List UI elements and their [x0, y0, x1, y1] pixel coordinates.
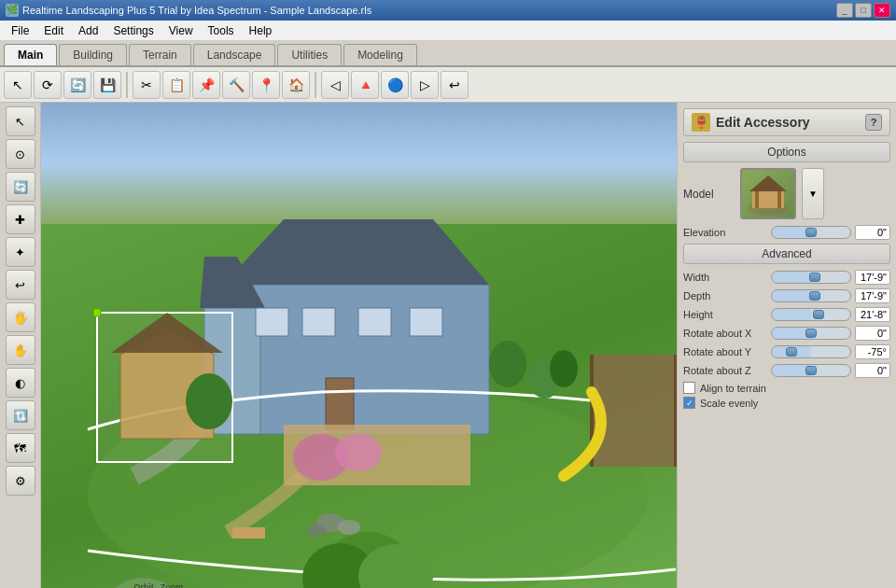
svg-rect-12 — [93, 309, 101, 316]
rotate-y-label: Rotate about Y — [683, 346, 767, 357]
menu-settings[interactable]: Settings — [105, 22, 161, 39]
sidebar-orbit[interactable]: ⊙ — [6, 139, 35, 169]
model-preview[interactable] — [740, 168, 796, 219]
svg-rect-41 — [755, 191, 759, 208]
titlebar-controls[interactable]: _ □ ✕ — [836, 3, 890, 18]
svg-rect-5 — [256, 308, 288, 336]
width-value[interactable]: 17'-9" — [855, 270, 890, 285]
width-slider[interactable] — [771, 271, 851, 284]
sidebar-undo[interactable]: ↩ — [6, 270, 35, 300]
elevation-row: Elevation 0" — [683, 225, 890, 240]
tool-refresh[interactable]: 🔄 — [63, 71, 91, 99]
align-terrain-label: Align to terrain — [700, 383, 766, 394]
tool-save[interactable]: 💾 — [93, 71, 121, 99]
rotate-z-value[interactable]: 0" — [855, 363, 890, 378]
help-button[interactable]: ? — [865, 114, 882, 131]
scale-evenly-row[interactable]: ✓ Scale evenly — [683, 397, 890, 409]
menu-add[interactable]: Add — [71, 22, 105, 39]
height-slider[interactable] — [771, 308, 851, 321]
svg-marker-39 — [749, 175, 787, 191]
rotate-y-slider[interactable] — [771, 345, 851, 358]
tool-select[interactable]: ↖ — [4, 71, 32, 99]
scale-evenly-checkbox[interactable]: ✓ — [683, 397, 695, 409]
depth-slider[interactable] — [771, 289, 851, 302]
width-row: Width 17'-9" — [683, 270, 890, 285]
sidebar-map[interactable]: 🗺 — [6, 433, 35, 463]
align-terrain-row[interactable]: Align to terrain — [683, 382, 890, 394]
app-icon: 🌿 — [6, 4, 19, 17]
svg-point-25 — [335, 434, 382, 471]
options-section-label: Options — [683, 142, 890, 162]
main-content: ↖ ⊙ 🔄 ✚ ✦ ↩ 🖐 ✋ ◐ 🔃 🗺 ⚙ — [0, 103, 896, 588]
tool-paste[interactable]: 📋 — [162, 71, 190, 99]
sidebar-pointer[interactable]: ↖ — [6, 106, 35, 136]
menu-view[interactable]: View — [161, 22, 201, 39]
model-dropdown[interactable]: ▼ — [802, 168, 824, 219]
menu-tools[interactable]: Tools — [201, 22, 242, 39]
svg-rect-42 — [777, 191, 781, 208]
rotate-x-slider[interactable] — [771, 327, 851, 340]
width-slider-thumb — [809, 273, 820, 282]
advanced-section: Advanced Width 17'-9" Depth 17'-9" Heigh… — [683, 244, 890, 409]
rotate-y-row: Rotate about Y -75° — [683, 344, 890, 359]
scene-svg: Orbit Zoom Pan Height — [41, 103, 677, 588]
sidebar-star[interactable]: ✦ — [6, 237, 35, 267]
tool-pin[interactable]: 📌 — [192, 71, 220, 99]
rotate-x-value[interactable]: 0" — [855, 326, 890, 341]
tool-orbit[interactable]: ⟳ — [34, 71, 62, 99]
tab-utilities[interactable]: Utilities — [277, 44, 342, 65]
sidebar-grab[interactable]: ✋ — [6, 335, 35, 365]
svg-point-21 — [489, 341, 526, 387]
sidebar-rotate[interactable]: 🔄 — [6, 172, 35, 202]
tool-build[interactable]: 🔨 — [222, 71, 250, 99]
menu-edit[interactable]: Edit — [36, 22, 71, 39]
depth-slider-thumb — [809, 291, 820, 301]
tool-undo[interactable]: ↩ — [441, 71, 469, 99]
maximize-button[interactable]: □ — [855, 3, 872, 18]
scale-evenly-label: Scale evenly — [700, 398, 758, 409]
elevation-slider[interactable] — [771, 226, 851, 239]
tab-modeling[interactable]: Modeling — [343, 44, 417, 65]
sidebar-half[interactable]: ◐ — [6, 368, 35, 398]
sidebar-add[interactable]: ✚ — [6, 204, 35, 234]
elevation-label: Elevation — [683, 227, 767, 238]
tab-landscape[interactable]: Landscape — [193, 44, 276, 65]
sidebar-gear[interactable]: ⚙ — [6, 466, 35, 496]
menu-file[interactable]: File — [4, 22, 36, 39]
menu-help[interactable]: Help — [242, 22, 280, 39]
tool-forward[interactable]: ▷ — [411, 71, 439, 99]
left-sidebar: ↖ ⊙ 🔄 ✚ ✦ ↩ 🖐 ✋ ◐ 🔃 🗺 ⚙ — [0, 103, 41, 588]
tool-up[interactable]: 🔺 — [351, 71, 379, 99]
close-button[interactable]: ✕ — [874, 3, 890, 18]
rotate-y-slider-thumb — [786, 347, 797, 357]
height-value[interactable]: 21'-8" — [855, 307, 890, 322]
tool-marker[interactable]: 📍 — [252, 71, 280, 99]
minimize-button[interactable]: _ — [836, 3, 853, 18]
viewport[interactable]: Orbit Zoom Pan Height — [41, 103, 677, 588]
toolbar-separator-2 — [315, 72, 316, 98]
elevation-value[interactable]: 0" — [855, 225, 890, 240]
tab-main[interactable]: Main — [4, 44, 57, 65]
panel-header-icon: 🏺 — [692, 113, 710, 132]
tab-building[interactable]: Building — [59, 44, 127, 65]
tab-terrain[interactable]: Terrain — [129, 44, 191, 65]
rotate-z-row: Rotate about Z 0" — [683, 363, 890, 378]
depth-value[interactable]: 17'-9" — [855, 288, 890, 303]
svg-point-23 — [550, 350, 578, 387]
svg-point-32 — [307, 524, 326, 537]
tabbar: Main Building Terrain Landscape Utilitie… — [0, 41, 896, 67]
align-terrain-checkbox[interactable] — [683, 382, 695, 394]
svg-text:Zoom: Zoom — [161, 582, 184, 588]
tool-cut[interactable]: ✂ — [133, 71, 161, 99]
rotate-y-value[interactable]: -75° — [855, 344, 890, 359]
model-label: Model — [683, 188, 735, 201]
sidebar-cycle[interactable]: 🔃 — [6, 400, 35, 430]
rotate-z-slider[interactable] — [771, 364, 851, 377]
tool-circle[interactable]: 🔵 — [381, 71, 409, 99]
tool-back[interactable]: ◁ — [321, 71, 349, 99]
menubar: File Edit Add Settings View Tools Help — [0, 21, 896, 41]
titlebar-left: 🌿 Realtime Landscaping Plus 5 Trial by I… — [6, 4, 371, 17]
tool-home[interactable]: 🏠 — [282, 71, 310, 99]
rotate-x-label: Rotate about X — [683, 328, 767, 339]
sidebar-hand[interactable]: 🖐 — [6, 302, 35, 332]
